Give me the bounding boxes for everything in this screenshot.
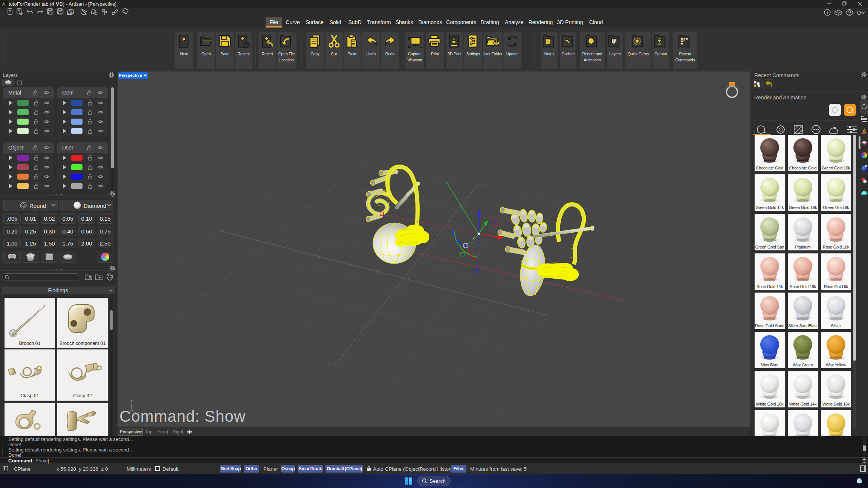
svg-text:z: z: [130, 399, 132, 403]
